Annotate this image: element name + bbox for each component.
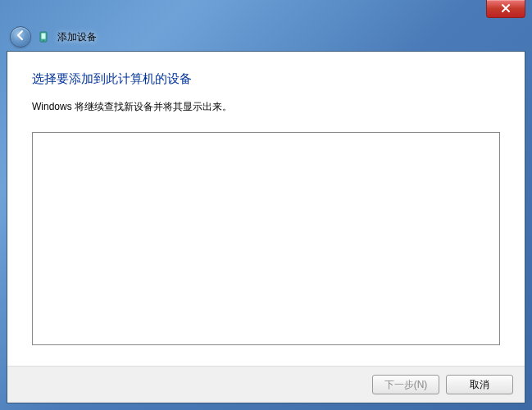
svg-rect-1 — [42, 34, 46, 39]
svg-point-2 — [43, 40, 44, 42]
content-panel: 选择要添加到此计算机的设备 Windows 将继续查找新设备并将其显示出来。 下… — [7, 51, 525, 403]
back-button[interactable] — [10, 26, 31, 48]
close-button[interactable] — [486, 0, 525, 18]
arrow-left-icon — [15, 30, 26, 44]
button-row: 下一步(N) 取消 — [7, 366, 525, 403]
titlebar: 添加设备 — [10, 25, 522, 49]
content-body: 选择要添加到此计算机的设备 Windows 将继续查找新设备并将其显示出来。 — [7, 52, 525, 366]
window-title: 添加设备 — [57, 30, 97, 44]
page-subtext: Windows 将继续查找新设备并将其显示出来。 — [32, 100, 500, 114]
close-icon — [501, 2, 511, 16]
cancel-button[interactable]: 取消 — [446, 375, 513, 394]
next-button[interactable]: 下一步(N) — [372, 375, 439, 394]
device-icon — [38, 30, 51, 43]
device-list[interactable] — [32, 132, 500, 345]
page-heading: 选择要添加到此计算机的设备 — [32, 71, 500, 87]
